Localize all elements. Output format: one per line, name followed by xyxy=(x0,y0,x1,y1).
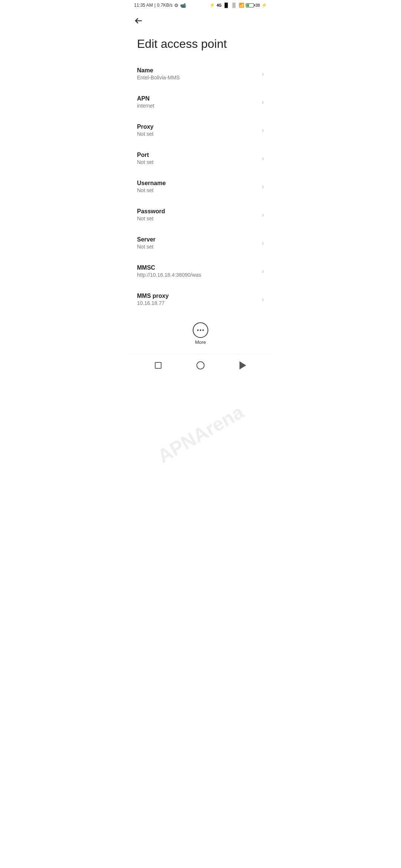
settings-item-label-proxy: Proxy xyxy=(137,124,259,130)
nav-bar xyxy=(128,354,273,377)
battery-level: 38 xyxy=(255,3,260,7)
home-icon xyxy=(196,361,205,369)
settings-item-label-server: Server xyxy=(137,236,259,243)
settings-item-value-server: Not set xyxy=(137,244,259,250)
settings-item-apn[interactable]: APN internet › xyxy=(128,88,273,116)
chevron-right-icon-password: › xyxy=(262,211,264,219)
settings-item-content-name: Name Entel-Bolivia-MMS xyxy=(137,67,259,80)
bluetooth-icon: ⚡ xyxy=(209,3,215,8)
chevron-right-icon-username: › xyxy=(262,183,264,191)
settings-item-value-name: Entel-Bolivia-MMS xyxy=(137,75,259,80)
signal-bars-icon: ▐▌ xyxy=(223,3,229,8)
recent-apps-button[interactable] xyxy=(151,359,165,372)
settings-item-server[interactable]: Server Not set › xyxy=(128,229,273,257)
settings-item-proxy[interactable]: Proxy Not set › xyxy=(128,116,273,144)
settings-icon: ⚙ xyxy=(174,3,179,8)
settings-item-value-mms-proxy: 10.16.18.77 xyxy=(137,300,259,306)
settings-item-content-port: Port Not set xyxy=(137,152,259,165)
chevron-right-icon-mmsc: › xyxy=(262,267,264,275)
chevron-right-icon-server: › xyxy=(262,239,264,247)
back-nav-icon xyxy=(239,361,246,369)
settings-item-label-password: Password xyxy=(137,208,259,215)
settings-item-label-name: Name xyxy=(137,67,259,74)
status-bar: 11:35 AM | 0.7KB/s ⚙ 📹 ⚡ 4G ▐▌ ▐▌ 📶 38 ⚡ xyxy=(128,0,273,10)
toolbar xyxy=(128,10,273,31)
chevron-right-icon-mms-proxy: › xyxy=(262,296,264,303)
settings-item-label-mms-proxy: MMS proxy xyxy=(137,293,259,299)
page-title: Edit access point xyxy=(128,31,273,60)
network-speed: | xyxy=(154,3,156,8)
signal-bars2-icon: ▐▌ xyxy=(231,3,237,8)
chevron-right-icon-port: › xyxy=(262,155,264,162)
settings-item-content-mms-proxy: MMS proxy 10.16.18.77 xyxy=(137,293,259,306)
settings-item-content-username: Username Not set xyxy=(137,180,259,193)
status-left: 11:35 AM | 0.7KB/s ⚙ 📹 xyxy=(134,3,186,8)
charging-icon: ⚡ xyxy=(261,3,267,8)
camera-icon: 📹 xyxy=(180,3,186,8)
settings-item-label-port: Port xyxy=(137,152,259,158)
home-button[interactable] xyxy=(194,359,207,372)
recent-apps-icon xyxy=(155,362,162,369)
settings-item-value-password: Not set xyxy=(137,216,259,221)
chevron-right-icon-apn: › xyxy=(262,98,264,106)
back-button[interactable] xyxy=(131,13,146,28)
settings-item-value-mmsc: http://10.16.18.4:38090/was xyxy=(137,272,259,278)
more-dot-1 xyxy=(197,329,199,331)
battery-box xyxy=(246,3,254,7)
settings-item-value-username: Not set xyxy=(137,187,259,193)
more-button[interactable]: More xyxy=(193,322,208,345)
settings-item-content-apn: APN internet xyxy=(137,95,259,109)
more-dot-3 xyxy=(202,329,204,331)
more-label: More xyxy=(195,339,206,345)
more-button-container: More xyxy=(128,316,273,351)
wifi-icon: 📶 xyxy=(239,3,244,8)
settings-item-value-port: Not set xyxy=(137,159,259,165)
settings-item-value-apn: internet xyxy=(137,103,259,109)
back-nav-button[interactable] xyxy=(236,359,250,372)
settings-list: Name Entel-Bolivia-MMS › APN internet › … xyxy=(128,60,273,313)
settings-item-label-apn: APN xyxy=(137,95,259,102)
settings-item-password[interactable]: Password Not set › xyxy=(128,201,273,229)
signal-4g-icon: 4G xyxy=(216,3,221,7)
settings-item-content-mmsc: MMSC http://10.16.18.4:38090/was xyxy=(137,264,259,278)
settings-item-label-username: Username xyxy=(137,180,259,187)
settings-item-content-server: Server Not set xyxy=(137,236,259,250)
settings-item-value-proxy: Not set xyxy=(137,131,259,137)
battery-indicator: 38 xyxy=(246,3,260,7)
settings-item-name[interactable]: Name Entel-Bolivia-MMS › xyxy=(128,60,273,88)
settings-item-mmsc[interactable]: MMSC http://10.16.18.4:38090/was › xyxy=(128,257,273,285)
chevron-right-icon-proxy: › xyxy=(262,126,264,134)
battery-fill xyxy=(247,4,249,7)
settings-item-label-mmsc: MMSC xyxy=(137,264,259,271)
status-right: ⚡ 4G ▐▌ ▐▌ 📶 38 ⚡ xyxy=(209,3,267,8)
settings-item-content-password: Password Not set xyxy=(137,208,259,221)
data-speed: 0.7KB/s xyxy=(157,3,173,8)
more-circle-icon xyxy=(193,322,208,338)
settings-item-content-proxy: Proxy Not set xyxy=(137,124,259,137)
time: 11:35 AM xyxy=(134,3,153,8)
more-dot-2 xyxy=(200,329,201,331)
settings-item-mms-proxy[interactable]: MMS proxy 10.16.18.77 › xyxy=(128,285,273,313)
settings-item-port[interactable]: Port Not set › xyxy=(128,144,273,172)
chevron-right-icon-name: › xyxy=(262,70,264,78)
settings-item-username[interactable]: Username Not set › xyxy=(128,172,273,201)
